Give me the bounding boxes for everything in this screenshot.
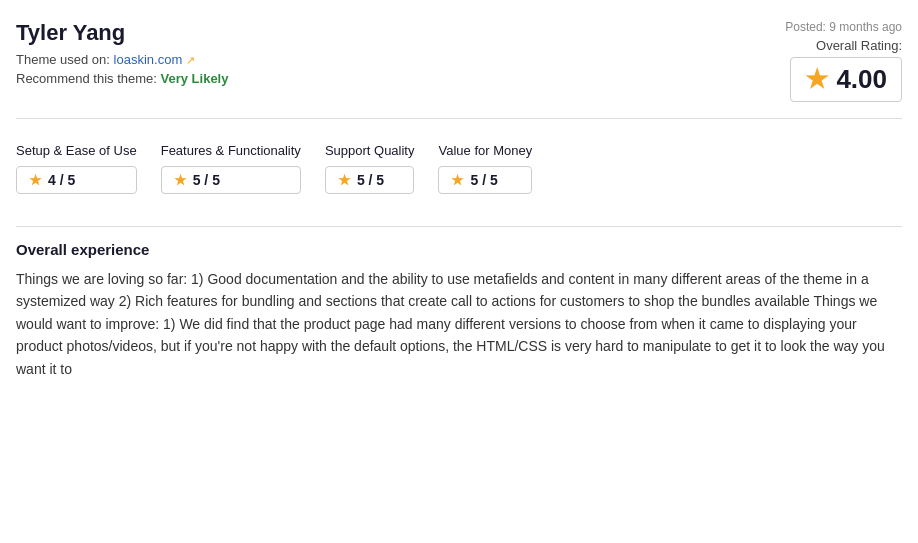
divider-2 — [16, 226, 902, 227]
overall-rating-box: ★ 4.00 — [790, 57, 902, 102]
rating-score-2: 5 / 5 — [357, 172, 384, 188]
external-link-icon: ↗ — [186, 54, 195, 66]
recommend-value: Very Likely — [161, 71, 229, 86]
rating-badge-0: ★4 / 5 — [16, 166, 137, 194]
rating-badge-3: ★5 / 5 — [438, 166, 532, 194]
overall-experience-title: Overall experience — [16, 241, 902, 258]
recommend-line: Recommend this theme: Very Likely — [16, 71, 742, 86]
overall-rating-label: Overall Rating: — [742, 38, 902, 53]
overall-experience-text: Things we are loving so far: 1) Good doc… — [16, 268, 902, 380]
rating-badge-1: ★5 / 5 — [161, 166, 301, 194]
rating-star-icon-1: ★ — [174, 172, 187, 188]
rating-star-icon-0: ★ — [29, 172, 42, 188]
rating-item-1: Features & Functionality★5 / 5 — [161, 143, 301, 194]
ratings-row: Setup & Ease of Use★4 / 5Features & Func… — [16, 133, 902, 212]
rating-label-1: Features & Functionality — [161, 143, 301, 158]
theme-used-label: Theme used on: — [16, 52, 110, 67]
reviewer-name: Tyler Yang — [16, 20, 742, 46]
rating-label-0: Setup & Ease of Use — [16, 143, 137, 158]
rating-star-icon-2: ★ — [338, 172, 351, 188]
overall-experience-section: Overall experience Things we are loving … — [16, 241, 902, 380]
overall-star-icon: ★ — [805, 64, 828, 95]
theme-used-line: Theme used on: loaskin.com ↗ — [16, 52, 742, 67]
rating-item-0: Setup & Ease of Use★4 / 5 — [16, 143, 137, 194]
right-header: Posted: 9 months ago Overall Rating: ★ 4… — [742, 20, 902, 102]
recommend-label: Recommend this theme: — [16, 71, 161, 86]
header-section: Tyler Yang Theme used on: loaskin.com ↗ … — [16, 20, 902, 102]
rating-star-icon-3: ★ — [451, 172, 464, 188]
rating-item-3: Value for Money★5 / 5 — [438, 143, 532, 194]
rating-label-3: Value for Money — [438, 143, 532, 158]
rating-score-1: 5 / 5 — [193, 172, 220, 188]
rating-score-0: 4 / 5 — [48, 172, 75, 188]
rating-score-3: 5 / 5 — [470, 172, 497, 188]
rating-badge-2: ★5 / 5 — [325, 166, 415, 194]
review-container: Tyler Yang Theme used on: loaskin.com ↗ … — [16, 20, 902, 380]
overall-rating-value: 4.00 — [836, 64, 887, 95]
rating-item-2: Support Quality★5 / 5 — [325, 143, 415, 194]
theme-domain-link[interactable]: loaskin.com — [114, 52, 183, 67]
divider-1 — [16, 118, 902, 119]
left-header: Tyler Yang Theme used on: loaskin.com ↗ … — [16, 20, 742, 86]
rating-label-2: Support Quality — [325, 143, 415, 158]
posted-time: Posted: 9 months ago — [742, 20, 902, 34]
